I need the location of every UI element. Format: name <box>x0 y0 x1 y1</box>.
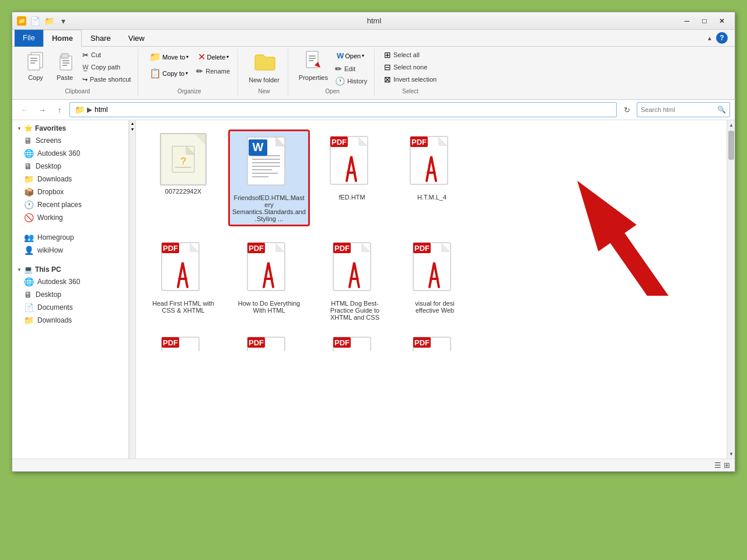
history-label: History <box>347 78 367 85</box>
new-folder-button[interactable]: New folder <box>245 49 283 85</box>
window-controls: ─ □ ✕ <box>679 15 730 27</box>
title-bar: 📁 📄 📁 ▾ html ─ □ ✕ <box>12 12 735 30</box>
file-item-friendsofed[interactable]: W FriendsofED.HTML.Mastery Semantics.Sta… <box>228 130 310 226</box>
sidebar-item-autodesk360[interactable]: 🌐 Autodesk 360 <box>12 147 128 160</box>
select-none-icon: ⊟ <box>384 62 391 72</box>
file-item-html4[interactable]: PDF H.T.M.L_4 <box>394 130 470 204</box>
explorer-body: ▼ ⭐ Favorites 🖥 Screens 🌐 Autodesk 360 🖥… <box>12 120 735 459</box>
edit-button[interactable]: ✏ Edit <box>333 63 369 75</box>
status-bar: ☰ ⊞ <box>12 459 735 471</box>
sidebar-item-wikihow[interactable]: 👤 wikiHow <box>12 244 128 257</box>
search-box[interactable]: 🔍 <box>637 102 730 117</box>
path-text: html <box>95 106 108 114</box>
new-label: New <box>259 88 270 94</box>
search-input[interactable] <box>641 106 715 113</box>
select-col: ⊞ Select all ⊟ Select none ⊠ Invert sele… <box>382 49 439 85</box>
svg-rect-6 <box>61 54 68 58</box>
sidebar-item-working[interactable]: 🚫 Working <box>12 211 128 224</box>
history-button[interactable]: 🕐 History <box>333 75 369 87</box>
close-button[interactable]: ✕ <box>714 15 730 27</box>
file-item-fed-htm[interactable]: PDF fED.HTM <box>317 130 387 204</box>
sidebar-item-dropbox[interactable]: 📦 Dropbox <box>12 186 128 198</box>
move-to-button[interactable]: 📁 Move to ▾ <box>145 49 193 65</box>
delete-button[interactable]: ✕ Delete ▾ <box>194 49 233 65</box>
pdf-bottom3[interactable]: PDF <box>317 334 393 351</box>
scissors-icon: ✂ <box>82 51 89 60</box>
open-button[interactable]: W Open ▾ <box>333 49 369 62</box>
properties-button[interactable]: Properties <box>295 49 331 82</box>
sidebar-item-homegroup[interactable]: 👥 Homegroup <box>12 231 128 244</box>
thispc-header[interactable]: ▼ 💻 This PC <box>12 264 128 275</box>
up-button[interactable]: ↑ <box>52 102 67 117</box>
favorites-header[interactable]: ▼ ⭐ Favorites <box>12 123 128 134</box>
sidebar-item-recent[interactable]: 🕐 Recent places <box>12 198 128 211</box>
ribbon-content: Copy Paste <box>12 47 735 99</box>
paste-label: Paste <box>57 74 73 81</box>
svg-text:PDF: PDF <box>249 338 264 347</box>
new-doc-button[interactable]: 📄 <box>29 15 41 27</box>
refresh-button[interactable]: ↻ <box>619 102 634 117</box>
file-item-007222942x[interactable]: ? 007222942X <box>145 130 221 198</box>
file-item-headfirst[interactable]: PDF Head First HTML with CSS & XHTML <box>145 236 221 317</box>
tab-view[interactable]: View <box>120 30 153 47</box>
invert-icon: ⊠ <box>384 75 391 84</box>
sidebar-item-screens[interactable]: 🖥 Screens <box>12 134 128 147</box>
sidebar-item-desktop[interactable]: 🖥 Desktop <box>12 160 128 173</box>
invert-selection-button[interactable]: ⊠ Invert selection <box>382 74 439 85</box>
copy-button[interactable]: Copy <box>22 49 50 82</box>
pdf-file-icon4: PDF <box>243 239 295 298</box>
file-item-howtodo[interactable]: PDF How to Do Everything With HTML <box>228 236 310 317</box>
scroll-down-button[interactable]: ▼ <box>727 449 735 459</box>
sidebar-scroll-down[interactable]: ▼ <box>130 126 135 132</box>
sidebar-divider2 <box>12 259 128 264</box>
select-label: Select <box>402 88 418 94</box>
cut-button[interactable]: ✂ Cut <box>80 49 133 61</box>
minimize-button[interactable]: ─ <box>679 15 695 27</box>
file-item-htmldog[interactable]: PDF HTML Dog Best-Practice Guide to XHTM… <box>317 236 393 324</box>
tab-share[interactable]: Share <box>82 30 120 47</box>
folder-button[interactable]: 📁 <box>43 15 55 27</box>
sidebar-item-thispc-autodesk[interactable]: 🌐 Autodesk 360 <box>12 275 128 288</box>
view-grid-icon[interactable]: ⊞ <box>724 461 730 470</box>
sidebar-item-downloads[interactable]: 📁 Downloads <box>12 173 128 186</box>
help-button[interactable]: ? <box>716 32 728 44</box>
file-name-headfirst: Head First HTML with CSS & XHTML <box>149 300 218 314</box>
paste-shortcut-button[interactable]: ↪ Paste shortcut <box>80 74 133 85</box>
scroll-thumb[interactable] <box>728 131 734 160</box>
copy-path-icon: W̲ <box>82 64 89 71</box>
up-arrow[interactable]: ▲ <box>707 35 713 41</box>
back-button[interactable]: ← <box>17 102 32 117</box>
rename-button[interactable]: ✏ Rename <box>194 65 233 77</box>
delete-label: Delete <box>207 54 225 61</box>
tab-home[interactable]: Home <box>43 30 82 47</box>
pdf-bottom4[interactable]: PDF <box>400 334 470 351</box>
file-item-visual[interactable]: PDF visual for desi effective Web <box>400 236 470 317</box>
right-scrollbar[interactable]: ▲ ▼ <box>727 120 735 459</box>
sidebar-item-thispc-downloads[interactable]: 📁 Downloads <box>12 314 128 327</box>
history-icon: 🕐 <box>335 76 345 86</box>
pdf-bottom1[interactable]: PDF <box>145 334 221 351</box>
select-all-button[interactable]: ⊞ Select all <box>382 49 439 61</box>
content-scroll: ? 007222942X <box>136 120 727 459</box>
sidebar-scrollbar[interactable]: ▲ ▼ <box>129 120 136 459</box>
dropdown-arrow[interactable]: ▾ <box>57 15 69 27</box>
scroll-up-button[interactable]: ▲ <box>727 120 735 130</box>
title-bar-left: 📁 📄 📁 ▾ <box>17 15 69 27</box>
expand-favorites-arrow: ▼ <box>17 126 22 131</box>
sidebar-item-thispc-documents[interactable]: 📄 Documents <box>12 301 128 314</box>
tab-file[interactable]: File <box>15 30 43 47</box>
select-none-button[interactable]: ⊟ Select none <box>382 61 439 73</box>
copy-to-button[interactable]: 📋 Copy to ▾ <box>145 65 193 81</box>
pdf-bottom2[interactable]: PDF <box>228 334 310 351</box>
pdf-file-icon1: PDF <box>326 133 378 191</box>
address-path[interactable]: 📁 ▶ html <box>69 102 617 117</box>
maximize-button[interactable]: □ <box>696 15 713 27</box>
organize-col: 📁 Move to ▾ 📋 Copy to ▾ <box>145 49 193 81</box>
view-list-icon[interactable]: ☰ <box>714 461 721 470</box>
forward-button[interactable]: → <box>34 102 50 117</box>
sidebar-scroll-up[interactable]: ▲ <box>130 120 135 126</box>
sidebar-divider1 <box>12 226 128 231</box>
sidebar-item-thispc-desktop[interactable]: 🖥 Desktop <box>12 288 128 301</box>
paste-button[interactable]: Paste <box>51 49 79 82</box>
copy-path-button[interactable]: W̲ Copy path <box>80 61 133 73</box>
